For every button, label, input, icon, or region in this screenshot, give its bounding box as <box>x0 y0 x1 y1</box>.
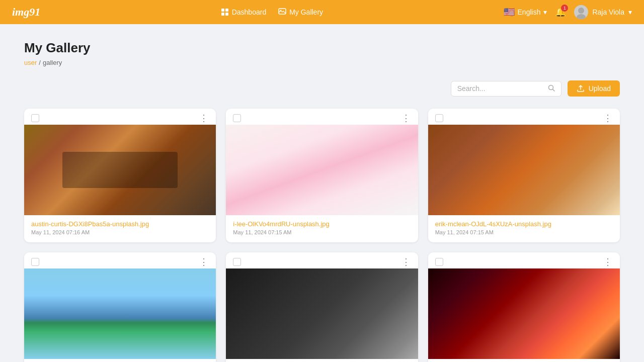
card-image <box>226 125 418 215</box>
svg-point-7 <box>577 14 586 19</box>
search-icon <box>548 84 555 93</box>
header-nav: Dashboard My Gallery <box>221 8 323 16</box>
language-selector[interactable]: 🇺🇸 English ▾ <box>504 7 547 18</box>
avatar <box>574 5 588 19</box>
card-checkbox[interactable] <box>233 114 241 122</box>
gallery-card: ⋮ and-machines-Oa3iix7QVRa-unsplash.jpg … <box>428 252 620 362</box>
header-right: 🇺🇸 English ▾ 🔔 1 Raja Viola ▾ <box>504 5 632 19</box>
card-checkbox[interactable] <box>31 114 39 122</box>
svg-rect-3 <box>225 13 228 16</box>
card-header: ⋮ <box>428 252 620 268</box>
card-menu-button[interactable]: ⋮ <box>401 114 411 123</box>
card-menu-button[interactable]: ⋮ <box>199 114 209 123</box>
gallery-grid: ⋮ austin-curtis-DGXi8Pbas5a-unsplash.jpg… <box>24 109 620 362</box>
card-image <box>428 268 620 359</box>
gallery-card: ⋮ i-lee-OlKVo4mrdRU-unsplash.jpg May 11,… <box>226 109 418 242</box>
language-label: English <box>518 8 541 16</box>
card-image <box>226 268 418 359</box>
card-image <box>428 125 620 215</box>
card-checkbox[interactable] <box>435 114 443 122</box>
card-filename[interactable]: erik-mclean-OJdL-4sXUzA-unsplash.jpg <box>435 220 613 228</box>
card-info: erik-mclean-OJdL-4sXUzA-unsplash.jpg May… <box>428 215 620 242</box>
chevron-down-icon: ▾ <box>543 8 547 16</box>
user-name: Raja Viola <box>592 8 624 16</box>
card-menu-button[interactable]: ⋮ <box>603 257 613 266</box>
upload-button[interactable]: Upload <box>568 80 620 97</box>
user-chevron-icon: ▾ <box>628 8 632 16</box>
header: img91 Dashboard My Gallery 🇺🇸 English ▾ … <box>0 0 644 24</box>
card-header: ⋮ <box>226 252 418 268</box>
dashboard-nav-item[interactable]: Dashboard <box>221 8 267 16</box>
toolbar: Upload <box>24 80 620 97</box>
breadcrumb: user / gallery <box>24 59 620 66</box>
svg-rect-0 <box>221 9 224 12</box>
my-gallery-label: My Gallery <box>289 8 323 16</box>
my-gallery-nav-item[interactable]: My Gallery <box>278 8 323 16</box>
breadcrumb-current: gallery <box>43 59 62 66</box>
card-checkbox[interactable] <box>31 258 39 266</box>
svg-point-5 <box>280 10 282 12</box>
dashboard-label: Dashboard <box>232 8 267 16</box>
card-header: ⋮ <box>24 109 216 125</box>
card-info: and-machines-Oa3iix7QVRa-unsplash.jpg Ma… <box>428 359 620 362</box>
breadcrumb-user-link[interactable]: user <box>24 59 37 66</box>
gallery-card: ⋮ erik-mclean-OJdL-4sXUzA-unsplash.jpg M… <box>428 109 620 242</box>
search-box[interactable] <box>451 81 561 97</box>
search-input[interactable] <box>457 84 544 93</box>
card-image <box>24 268 216 359</box>
svg-line-9 <box>552 89 554 91</box>
gallery-card: ⋮ austin-curtis-DGXi8Pbas5a-unsplash.jpg… <box>24 109 216 242</box>
card-info: austin-curtis-DGXi8Pbas5a-unsplash.jpg M… <box>24 215 216 242</box>
upload-label: Upload <box>589 84 611 93</box>
card-checkbox[interactable] <box>233 258 241 266</box>
card-filename[interactable]: austin-curtis-DGXi8Pbas5a-unsplash.jpg <box>31 220 209 228</box>
svg-point-6 <box>578 8 584 14</box>
card-header: ⋮ <box>24 252 216 268</box>
card-header: ⋮ <box>226 109 418 125</box>
svg-rect-1 <box>225 9 228 12</box>
card-date: May 11, 2024 07:15 AM <box>233 229 411 235</box>
breadcrumb-separator: / <box>39 59 41 66</box>
gallery-card: ⋮ allison-saeng-dKmwbcvoQ3a-unsplash.jpg… <box>226 252 418 362</box>
logo[interactable]: img91 <box>12 6 40 19</box>
card-info: i-lee-OlKVo4mrdRU-unsplash.jpg May 11, 2… <box>226 215 418 242</box>
gallery-icon <box>278 8 286 16</box>
notification-badge: 1 <box>561 5 568 12</box>
card-checkbox[interactable] <box>435 258 443 266</box>
notifications-bell[interactable]: 🔔 1 <box>555 7 566 18</box>
card-date: May 11, 2024 07:15 AM <box>435 229 613 235</box>
card-header: ⋮ <box>428 109 620 125</box>
card-filename[interactable]: i-lee-OlKVo4mrdRU-unsplash.jpg <box>233 220 411 228</box>
card-info: allison-saeng-dKmwbcvoQ3a-unsplash.jpg M… <box>226 359 418 362</box>
user-menu[interactable]: Raja Viola ▾ <box>574 5 632 19</box>
dashboard-icon <box>221 8 229 16</box>
upload-icon <box>577 84 585 93</box>
svg-rect-2 <box>221 13 224 16</box>
card-menu-button[interactable]: ⋮ <box>603 114 613 123</box>
card-menu-button[interactable]: ⋮ <box>199 257 209 266</box>
card-info: neeraj-pramanik-RVDnPmc0Inc-unsplash.jpg… <box>24 359 216 362</box>
card-menu-button[interactable]: ⋮ <box>401 257 411 266</box>
page-title: My Gallery <box>24 40 620 56</box>
card-image <box>24 125 216 215</box>
gallery-card: ⋮ neeraj-pramanik-RVDnPmc0Inc-unsplash.j… <box>24 252 216 362</box>
main-content: My Gallery user / gallery Upload <box>0 24 644 362</box>
card-date: May 11, 2024 07:16 AM <box>31 229 209 235</box>
